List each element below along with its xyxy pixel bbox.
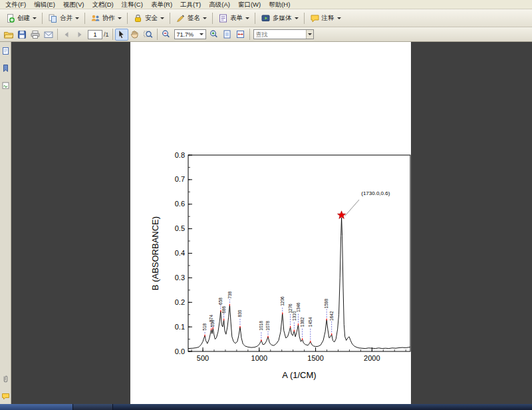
start-button[interactable] xyxy=(0,404,73,410)
svg-text:0.2: 0.2 xyxy=(175,298,185,306)
secure-button[interactable]: 安全 xyxy=(130,11,168,25)
hand-tool-button[interactable] xyxy=(128,29,142,41)
svg-text:1454: 1454 xyxy=(308,317,313,327)
toolbar-separator xyxy=(212,13,213,24)
navigation-panel-bar xyxy=(0,42,11,404)
svg-text:686: 686 xyxy=(221,306,226,313)
svg-text:2000: 2000 xyxy=(364,354,380,362)
hand-tool-icon xyxy=(130,29,140,39)
find-input[interactable] xyxy=(254,30,306,39)
svg-text:(1730.0,0.6): (1730.0,0.6) xyxy=(361,190,390,196)
print-button[interactable] xyxy=(29,29,42,41)
svg-text:1078: 1078 xyxy=(265,321,270,331)
toolbar-separator xyxy=(57,29,58,40)
find-dropdown-button[interactable] xyxy=(306,30,313,39)
next-page-button[interactable] xyxy=(73,29,86,41)
toolbar-separator xyxy=(157,29,158,40)
document-canvas[interactable]: 5001000150020000.00.10.20.30.40.50.60.70… xyxy=(11,42,532,404)
pages-panel-button[interactable] xyxy=(1,46,11,56)
zoom-in-button[interactable] xyxy=(207,29,221,41)
svg-text:0.0: 0.0 xyxy=(175,347,185,355)
comments-panel-button[interactable] xyxy=(1,391,11,401)
zoom-out-button[interactable] xyxy=(160,29,173,41)
open-folder-icon xyxy=(3,29,14,40)
spectrum-chart: 5001000150020000.00.10.20.30.40.50.60.70… xyxy=(130,42,411,404)
svg-text:0.8: 0.8 xyxy=(175,151,185,159)
toolbar-separator xyxy=(255,13,255,24)
forms-button[interactable]: 表单 xyxy=(215,11,253,25)
svg-text:1598: 1598 xyxy=(324,299,329,309)
paperclip-icon xyxy=(1,375,10,383)
svg-text:1500: 1500 xyxy=(307,354,323,362)
svg-text:0.1: 0.1 xyxy=(175,323,185,331)
svg-text:518: 518 xyxy=(202,323,207,330)
fit-page-button[interactable] xyxy=(221,29,234,41)
menu-item-help[interactable]: 帮助(H) xyxy=(265,0,294,9)
marquee-zoom-button[interactable] xyxy=(142,29,155,41)
chevron-down-icon xyxy=(295,17,299,19)
zoom-out-icon xyxy=(161,29,171,39)
save-floppy-icon xyxy=(17,29,27,40)
chevron-down-icon xyxy=(200,33,203,35)
button-label: 安全 xyxy=(145,14,158,23)
menu-item-edit[interactable]: 编辑(E) xyxy=(30,0,59,9)
button-label: 协作 xyxy=(102,14,115,23)
create-pdf-button[interactable]: 创建 xyxy=(2,11,40,25)
menu-item-view[interactable]: 视图(V) xyxy=(59,0,88,9)
collaborate-button[interactable]: 协作 xyxy=(87,11,125,25)
page-number-input[interactable] xyxy=(88,30,102,39)
menu-item-file[interactable]: 文件(F) xyxy=(1,0,30,9)
svg-text:B (ABSORBANCE): B (ABSORBANCE) xyxy=(150,216,160,290)
svg-text:0.4: 0.4 xyxy=(175,249,185,257)
menu-item-advanced[interactable]: 高级(A) xyxy=(205,0,234,9)
previous-page-button[interactable] xyxy=(60,29,73,41)
svg-text:0.6: 0.6 xyxy=(175,200,185,208)
attachments-panel-button[interactable] xyxy=(1,374,11,384)
toolbar-separator xyxy=(112,29,113,40)
button-label: 表单 xyxy=(230,14,243,23)
svg-text:0.5: 0.5 xyxy=(175,224,185,232)
chevron-down-icon xyxy=(245,17,249,19)
toolbar-separator xyxy=(170,13,170,24)
fit-width-button[interactable] xyxy=(234,29,247,41)
signatures-panel-icon xyxy=(1,81,10,90)
select-tool-button[interactable] xyxy=(115,29,128,41)
signatures-panel-button[interactable] xyxy=(1,81,11,91)
menu-item-window[interactable]: 窗口(W) xyxy=(234,0,265,9)
bookmarks-panel-button[interactable] xyxy=(1,63,11,73)
taskbar-item[interactable] xyxy=(73,404,113,410)
svg-text:1000: 1000 xyxy=(251,354,267,362)
pages-panel-icon xyxy=(1,47,10,55)
comment-bubble-icon xyxy=(310,13,320,23)
zoom-level-dropdown[interactable]: 71.7% xyxy=(174,29,206,39)
chevron-down-icon xyxy=(337,17,341,19)
svg-text:590: 590 xyxy=(210,319,215,327)
comment-button[interactable]: 注释 xyxy=(307,11,344,25)
menu-item-tools[interactable]: 工具(T) xyxy=(176,0,205,9)
svg-text:0.7: 0.7 xyxy=(175,175,185,183)
multimedia-icon xyxy=(261,13,271,23)
toolbar-separator xyxy=(127,13,128,24)
chevron-down-icon xyxy=(33,17,37,19)
email-button[interactable] xyxy=(42,29,55,41)
open-file-button[interactable] xyxy=(2,29,15,41)
windows-taskbar[interactable] xyxy=(0,404,532,410)
sign-button[interactable]: 签名 xyxy=(172,11,210,25)
next-page-icon xyxy=(76,31,84,39)
lock-icon xyxy=(133,13,143,23)
menu-item-comments[interactable]: 注释(C) xyxy=(118,0,147,9)
menubar: 文件(F) 编辑(E) 视图(V) 文档(D) 注释(C) 表单(R) 工具(T… xyxy=(0,0,532,9)
combine-button[interactable]: 合并 xyxy=(45,11,82,25)
multimedia-button[interactable]: 多媒体 xyxy=(257,11,302,25)
secondary-toolbar: /1 71.7% xyxy=(0,27,532,42)
fit-width-icon xyxy=(235,29,245,39)
printer-icon xyxy=(30,29,41,40)
save-button[interactable] xyxy=(15,29,29,41)
toolbar-separator xyxy=(84,13,85,24)
chevron-down-icon xyxy=(203,17,207,19)
menu-item-forms[interactable]: 表单(R) xyxy=(147,0,176,9)
menu-item-document[interactable]: 文档(D) xyxy=(88,0,117,9)
chevron-down-icon xyxy=(118,17,122,19)
zoom-level-value: 71.7% xyxy=(177,31,194,38)
svg-text:500: 500 xyxy=(197,354,209,362)
